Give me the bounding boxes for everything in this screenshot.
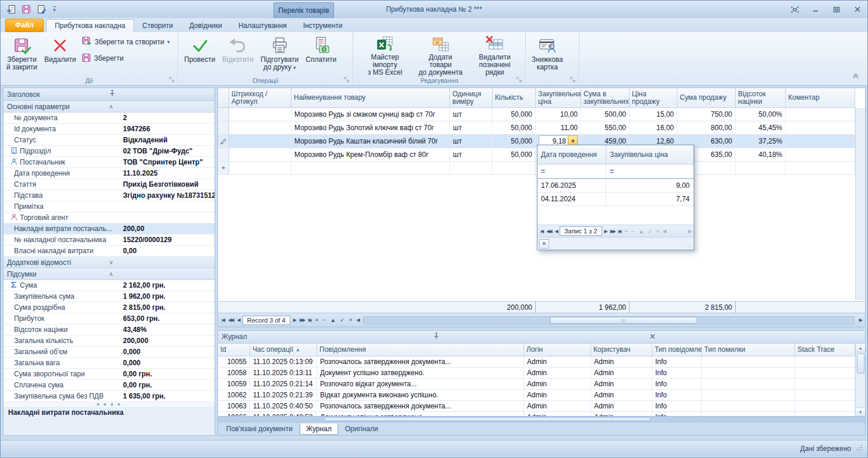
cell-markup[interactable]: 37,25% bbox=[736, 135, 786, 148]
sidebar-section-header[interactable]: Підсумки∧ bbox=[3, 268, 215, 280]
popup-nav-append-button[interactable]: + bbox=[623, 228, 629, 235]
journal-row[interactable]: 1005811.10.2025 0:13:11Документ успішно … bbox=[218, 368, 865, 379]
journal-cell-stack-trace[interactable] bbox=[795, 412, 855, 417]
journal-cell-id[interactable]: 10066 bbox=[218, 412, 250, 417]
popup-cell-price[interactable]: 9,00 bbox=[606, 179, 694, 193]
cell-unit[interactable]: шт bbox=[450, 148, 493, 162]
save-and-create-dropdown-icon[interactable]: ▾ bbox=[167, 39, 170, 45]
column-header[interactable]: Коментар bbox=[786, 88, 855, 108]
journal-cell-error-type[interactable] bbox=[702, 401, 795, 412]
hscroll-right-arrow[interactable]: ▶ bbox=[858, 317, 863, 323]
sidebar-field-row[interactable]: Дата проведення11.10.2025 bbox=[3, 168, 215, 179]
popup-cell-date[interactable]: 04.11.2024 bbox=[537, 193, 606, 206]
pay-button[interactable]: Сплатити bbox=[302, 33, 340, 75]
journal-cell-message[interactable]: Документ успішно затверджено. bbox=[317, 412, 524, 417]
cell-markup[interactable]: 40,18% bbox=[736, 148, 786, 162]
popup-nav-next-page-button[interactable]: ▶▶ bbox=[609, 229, 616, 234]
cell-comment[interactable] bbox=[786, 148, 855, 162]
new-row-cell[interactable] bbox=[229, 162, 291, 175]
journal-row[interactable]: 1005911.10.2025 0:21:14Розпочато відкат … bbox=[218, 379, 865, 390]
journal-close-icon[interactable] bbox=[650, 333, 862, 341]
column-header[interactable]: Одиниця виміру bbox=[450, 88, 493, 108]
cell-barcode[interactable] bbox=[229, 121, 291, 135]
cell-comment[interactable] bbox=[786, 135, 855, 148]
sidebar-field-row[interactable]: Торговий агент bbox=[3, 212, 215, 223]
journal-cell-time[interactable]: 11.10.2025 0:21:39 bbox=[250, 390, 317, 401]
journal-cell-time[interactable]: 11.10.2025 0:40:50 bbox=[250, 401, 317, 412]
field-value[interactable]: 0,00 грн. bbox=[123, 370, 215, 378]
journal-cell-type[interactable]: Info bbox=[652, 356, 702, 368]
panel-splitter[interactable]: ● ● ● ● bbox=[3, 402, 215, 407]
field-value[interactable]: 0,00 bbox=[123, 247, 215, 255]
cell-barcode[interactable] bbox=[229, 148, 291, 162]
resize-grip-icon[interactable] bbox=[856, 444, 863, 453]
journal-row[interactable]: 1006211.10.2025 0:21:39Відкат документа … bbox=[218, 390, 865, 401]
cell-qty[interactable]: 50,000 bbox=[493, 148, 536, 162]
sidebar-field-row[interactable]: Закупівельна сума1 962,00 грн. bbox=[3, 291, 215, 302]
cell-unit[interactable]: шт bbox=[450, 135, 493, 148]
journal-column-header[interactable]: Користувач bbox=[591, 344, 652, 356]
journal-column-header[interactable]: Stack Trace bbox=[795, 344, 855, 356]
journal-cell-user[interactable]: Admin bbox=[591, 368, 652, 379]
delete-marked-rows-button[interactable]: Видалити позначені рядки bbox=[467, 33, 523, 75]
sidebar-field-row[interactable]: Сума зворотньої тари0,00 грн. bbox=[3, 369, 215, 380]
field-value[interactable]: 2 815,00 грн. bbox=[123, 303, 215, 312]
ribbon-collapse-icon[interactable] bbox=[852, 72, 859, 81]
journal-cell-stack-trace[interactable] bbox=[795, 379, 855, 390]
column-header[interactable]: Сума продажу bbox=[677, 88, 736, 108]
nav-first-button[interactable]: |◀ bbox=[220, 317, 225, 323]
prepare-print-dropdown-icon[interactable]: ▾ bbox=[293, 65, 296, 71]
close-button[interactable] bbox=[853, 6, 862, 13]
journal-row[interactable]: 1006311.10.2025 0:40:50Розпочалось затве… bbox=[218, 401, 865, 412]
tab-file[interactable]: Файл bbox=[5, 19, 44, 32]
journal-cell-stack-trace[interactable] bbox=[795, 401, 855, 412]
field-value[interactable]: 0,000 bbox=[123, 348, 215, 356]
field-value[interactable]: 2 bbox=[123, 114, 215, 122]
popup-nav-first-button[interactable]: |◀ bbox=[539, 229, 544, 234]
journal-cell-type[interactable]: Info bbox=[652, 401, 702, 412]
sidebar-field-row[interactable]: ПідставаЗгідно рахунку №18731512 bbox=[3, 190, 215, 201]
popup-row[interactable]: 17.06.20259,00 bbox=[537, 179, 694, 193]
popup-cell-date[interactable]: 17.06.2025 bbox=[537, 179, 606, 193]
sidebar-field-row[interactable]: Закупівельна сума без ПДВ1 635,00 грн. bbox=[3, 391, 215, 402]
popup-nav-last-button[interactable]: ▶| bbox=[617, 229, 622, 234]
field-value[interactable]: 1 962,00 грн. bbox=[123, 292, 215, 300]
journal-cell-user[interactable]: Admin bbox=[591, 401, 652, 412]
journal-cell-stack-trace[interactable] bbox=[795, 390, 855, 401]
popup-nav-cancel-button[interactable]: × bbox=[655, 228, 660, 235]
popup-nav-prev-button[interactable]: ◀ bbox=[554, 229, 558, 234]
cell-name[interactable]: Морозиво Рудь Крем-Пломбір ваф ст 80г bbox=[291, 148, 450, 162]
minimize-button[interactable] bbox=[811, 6, 820, 13]
popup-column-header[interactable]: Дата проведення bbox=[537, 145, 606, 165]
table-row[interactable]: Морозиво Рудь зі смаком суниці ваф ст 70… bbox=[218, 108, 865, 121]
cell-unit[interactable]: шт bbox=[450, 121, 493, 135]
journal-cell-id[interactable]: 10062 bbox=[218, 390, 250, 401]
chevron-up-icon[interactable]: ∧ bbox=[109, 271, 211, 277]
journal-cell-type[interactable]: Info bbox=[652, 390, 702, 401]
journal-pin-icon[interactable] bbox=[433, 333, 645, 341]
journal-column-header[interactable]: Тип повідомлення bbox=[652, 344, 702, 356]
tab-create[interactable]: Створити bbox=[134, 20, 181, 32]
restore-button[interactable] bbox=[832, 6, 841, 13]
chevron-down-icon[interactable]: ∨ bbox=[109, 259, 211, 265]
cell-purchase-sum[interactable]: 500,00 bbox=[581, 108, 630, 121]
nav-cancel-button[interactable]: × bbox=[347, 317, 353, 323]
journal-cell-error-type[interactable] bbox=[702, 379, 795, 390]
cell-name[interactable]: Морозиво Рудь Каштан класичний білий 70г bbox=[291, 135, 450, 148]
tab-tools[interactable]: Інструменти bbox=[295, 20, 351, 32]
cell-qty[interactable]: 50,000 bbox=[493, 135, 536, 148]
post-document-button[interactable]: Провести bbox=[181, 33, 219, 75]
journal-cell-type[interactable]: Info bbox=[652, 379, 702, 390]
journal-row[interactable]: 1006611.10.2025 0:40:58Документ успішно … bbox=[218, 412, 865, 417]
journal-hscroll-thumb[interactable] bbox=[324, 417, 651, 421]
sidebar-field-row[interactable]: Загальна вага0,000 bbox=[3, 358, 215, 369]
sidebar-field-row[interactable]: Підрозділ02 ТОВ "Дрім-Фудс" bbox=[3, 146, 215, 157]
sidebar-field-row[interactable]: Сплачена сума0,00 грн. bbox=[3, 380, 215, 391]
journal-column-header[interactable]: Логін bbox=[524, 344, 591, 356]
popup-nav-delete-button[interactable]: − bbox=[630, 228, 636, 235]
cell-name[interactable]: Морозиво Рудь Золотий ключик ваф ст 70г bbox=[291, 121, 450, 135]
journal-vscroll-thumb[interactable] bbox=[857, 354, 865, 373]
field-value[interactable]: Згідно рахунку №18731512 bbox=[123, 191, 215, 200]
journal-cell-stack-trace[interactable] bbox=[795, 356, 855, 368]
column-header[interactable]: Сума в закупівельних bbox=[581, 88, 630, 108]
